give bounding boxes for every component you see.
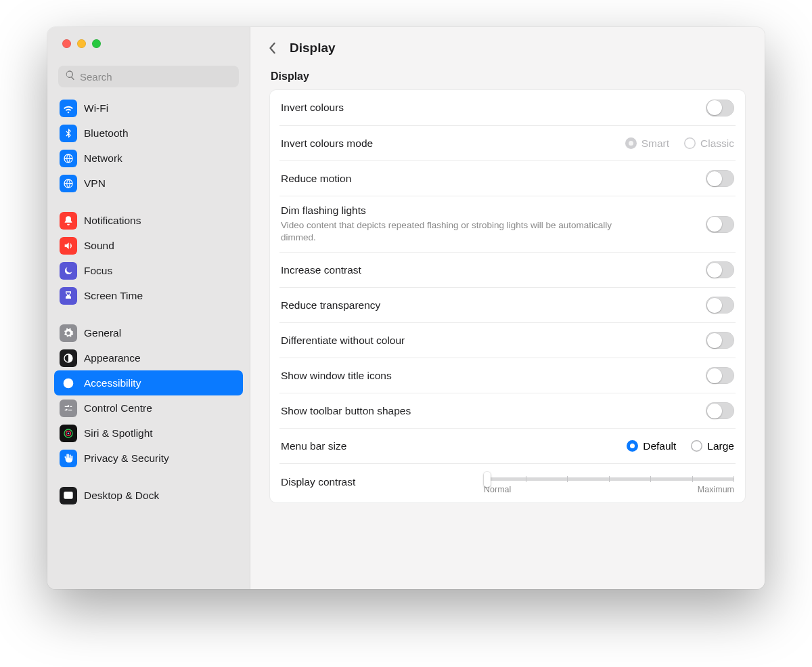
radio-icon — [625, 137, 637, 149]
row-increase-contrast: Increase contrast — [279, 252, 736, 287]
sidebar-item-label: Notifications — [84, 215, 141, 227]
dock-icon — [60, 487, 77, 504]
toggle-invert-colours[interactable] — [706, 100, 734, 116]
sliders-icon — [60, 400, 77, 417]
sidebar-item-privacy-security[interactable]: Privacy & Security — [54, 446, 243, 471]
sidebar-item-label: Accessibility — [84, 377, 141, 389]
sidebar-item-siri-spotlight[interactable]: Siri & Spotlight — [54, 421, 243, 446]
radio-icon — [691, 440, 702, 452]
bell-icon — [60, 212, 77, 230]
label-window-title-icons: Show window title icons — [281, 370, 392, 382]
sublabel-dim-flashing: Video content that depicts repeated flas… — [281, 219, 633, 244]
section-header: Display — [271, 70, 746, 83]
display-panel: Invert colours Invert colours mode Smart… — [269, 89, 746, 503]
hand-icon — [60, 450, 77, 467]
label-dim-flashing: Dim flashing lights — [281, 205, 633, 217]
toggle-reduce-transparency[interactable] — [706, 297, 734, 314]
moon-icon — [60, 262, 77, 280]
slider-max-label: Maximum — [698, 485, 734, 494]
sidebar-item-desktop-dock[interactable]: Desktop & Dock — [54, 483, 243, 508]
sidebar-item-label: Wi-Fi — [84, 102, 108, 114]
row-invert-colours: Invert colours — [279, 90, 736, 125]
settings-window: Wi-FiBluetoothNetworkVPNNotificationsSou… — [47, 27, 765, 589]
globe-icon — [60, 175, 77, 192]
sidebar-item-vpn[interactable]: VPN — [54, 171, 243, 196]
row-display-contrast: Display contrast Normal Maximum — [279, 463, 736, 502]
minimize-window-button[interactable] — [77, 39, 86, 48]
sidebar-item-accessibility[interactable]: Accessibility — [54, 370, 243, 395]
row-diff-without-colour: Differentiate without colour — [279, 322, 736, 358]
slider-thumb[interactable] — [484, 472, 491, 487]
sidebar-item-screen-time[interactable]: Screen Time — [54, 283, 243, 308]
row-toolbar-button-shapes: Show toolbar button shapes — [279, 393, 736, 428]
sidebar-item-label: VPN — [84, 177, 106, 190]
row-window-title-icons: Show window title icons — [279, 358, 736, 393]
toggle-increase-contrast[interactable] — [706, 261, 734, 278]
toggle-toolbar-button-shapes[interactable] — [706, 402, 734, 419]
row-reduce-motion: Reduce motion — [279, 160, 736, 196]
sidebar-item-label: Desktop & Dock — [84, 490, 159, 502]
wifi-icon — [60, 100, 77, 117]
label-increase-contrast: Increase contrast — [281, 264, 361, 276]
sidebar-list[interactable]: Wi-FiBluetoothNetworkVPNNotificationsSou… — [47, 94, 250, 589]
close-window-button[interactable] — [62, 39, 71, 48]
hourglass-icon — [60, 287, 77, 305]
sidebar: Wi-FiBluetoothNetworkVPNNotificationsSou… — [47, 27, 250, 589]
radio-icon — [684, 137, 696, 149]
sidebar-item-label: Appearance — [84, 352, 141, 364]
main-pane: Display Display Invert colours Invert co… — [250, 27, 765, 589]
radio-invert-mode-classic: Classic — [684, 137, 734, 150]
radio-menu-bar-size-default[interactable]: Default — [627, 440, 676, 452]
search-icon — [65, 70, 80, 83]
sidebar-item-control-centre[interactable]: Control Centre — [54, 395, 243, 421]
slider-display-contrast[interactable] — [484, 477, 734, 481]
sidebar-item-network[interactable]: Network — [54, 146, 243, 171]
label-invert-mode: Invert colours mode — [281, 137, 373, 150]
access-icon — [60, 374, 77, 392]
sidebar-item-general[interactable]: General — [54, 320, 243, 345]
back-button[interactable] — [264, 39, 281, 57]
window-controls — [47, 27, 250, 48]
toggle-dim-flashing[interactable] — [706, 216, 734, 233]
radio-label: Classic — [700, 137, 734, 150]
radio-label: Large — [707, 440, 734, 452]
label-diff-without-colour: Differentiate without colour — [281, 335, 405, 347]
sidebar-item-label: Focus — [84, 265, 112, 277]
row-reduce-transparency: Reduce transparency — [279, 287, 736, 322]
sidebar-item-label: Sound — [84, 240, 114, 252]
sidebar-item-label: Siri & Spotlight — [84, 427, 153, 439]
sidebar-item-label: Screen Time — [84, 290, 143, 302]
radio-label: Default — [643, 440, 676, 452]
gear-icon — [60, 324, 77, 342]
globe-icon — [60, 150, 77, 167]
sidebar-item-label: Control Centre — [84, 402, 152, 414]
zoom-window-button[interactable] — [92, 39, 101, 48]
row-menu-bar-size: Menu bar size DefaultLarge — [279, 428, 736, 463]
radio-icon — [627, 440, 638, 452]
toggle-window-title-icons[interactable] — [706, 367, 734, 384]
row-dim-flashing: Dim flashing lights Video content that d… — [279, 196, 736, 252]
sidebar-item-label: Privacy & Security — [84, 452, 169, 465]
radio-menu-bar-size-large[interactable]: Large — [691, 440, 734, 452]
contrast-icon — [60, 349, 77, 367]
toggle-reduce-motion[interactable] — [706, 170, 734, 187]
label-reduce-motion: Reduce motion — [281, 173, 351, 185]
label-invert-colours: Invert colours — [281, 102, 344, 114]
sidebar-item-appearance[interactable]: Appearance — [54, 345, 243, 370]
label-menu-bar-size: Menu bar size — [281, 440, 346, 452]
sidebar-item-focus[interactable]: Focus — [54, 258, 243, 283]
sidebar-item-label: General — [84, 327, 121, 339]
sidebar-item-sound[interactable]: Sound — [54, 233, 243, 258]
sidebar-item-wi-fi[interactable]: Wi-Fi — [54, 95, 243, 121]
search-field[interactable] — [58, 66, 239, 87]
siri-icon — [60, 425, 77, 442]
sidebar-item-label: Network — [84, 152, 122, 165]
toggle-diff-without-colour[interactable] — [706, 332, 734, 349]
sidebar-item-notifications[interactable]: Notifications — [54, 208, 243, 233]
sidebar-item-label: Bluetooth — [84, 127, 129, 139]
radio-invert-mode-smart: Smart — [625, 137, 669, 150]
sidebar-item-bluetooth[interactable]: Bluetooth — [54, 121, 243, 146]
page-title: Display — [290, 41, 336, 56]
search-input[interactable] — [80, 71, 232, 83]
row-invert-mode: Invert colours mode SmartClassic — [279, 125, 736, 160]
